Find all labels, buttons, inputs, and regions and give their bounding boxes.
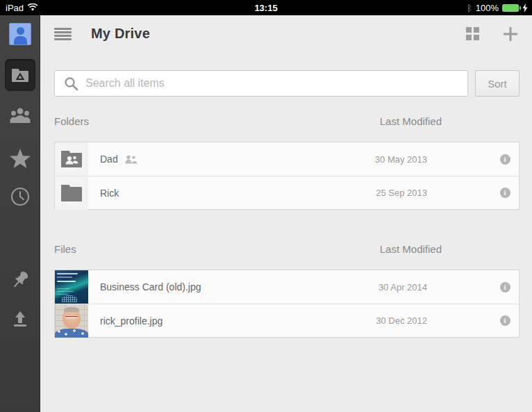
upload-icon: [11, 310, 29, 328]
file-modified-date: 30 Dec 2012: [338, 315, 491, 326]
last-modified-header: Last Modified: [380, 115, 442, 127]
info-button[interactable]: i: [500, 188, 510, 198]
last-modified-header: Last Modified: [380, 243, 442, 255]
account-avatar-icon: [9, 23, 31, 45]
files-section-label: Files: [54, 243, 76, 255]
google-drive-app: iPad 13:15 ᛒ 100%: [0, 0, 532, 412]
menu-button[interactable]: [54, 28, 72, 40]
file-modified-date: 30 Apr 2014: [338, 282, 491, 292]
sidebar-item-upload[interactable]: [0, 310, 40, 328]
sort-button[interactable]: Sort: [475, 70, 519, 97]
folder-row-rick[interactable]: Rick 25 Sep 2013 i: [55, 176, 519, 209]
app-header: My Drive: [40, 15, 532, 52]
info-button[interactable]: i: [500, 282, 510, 292]
folder-name: Rick: [100, 188, 119, 199]
battery-percent-label: 100%: [476, 3, 499, 13]
sidebar-item-starred[interactable]: [0, 148, 40, 169]
drive-folder-icon: [11, 68, 29, 83]
clock-label: 13:15: [0, 3, 532, 13]
file-thumbnail-portrait: [55, 304, 88, 338]
battery-icon: [502, 4, 519, 12]
folder-icon: [60, 184, 83, 202]
bluetooth-icon: ᛒ: [467, 3, 472, 13]
folder-modified-date: 25 Sep 2013: [338, 188, 491, 198]
folder-row-dad[interactable]: Dad 30 May 2013 i: [55, 142, 519, 176]
files-list: Business Card (old).jpg 30 Apr 2014 i: [54, 270, 519, 338]
shared-indicator-icon: [124, 155, 138, 164]
folders-section: Folders Last Modified: [40, 115, 532, 210]
sidebar-item-shared[interactable]: [0, 107, 40, 125]
search-icon: [64, 76, 78, 91]
folders-list: Dad 30 May 2013 i: [54, 142, 519, 210]
search-box[interactable]: [54, 70, 468, 97]
file-row-rick-profile[interactable]: rick_profile.jpg 30 Dec 2012 i: [55, 304, 519, 337]
folders-section-label: Folders: [54, 115, 89, 127]
pin-icon: [10, 270, 31, 290]
sidebar-item-pinned[interactable]: [0, 270, 40, 290]
shared-people-icon: [10, 107, 31, 125]
file-row-business-card[interactable]: Business Card (old).jpg 30 Apr 2014 i: [55, 270, 519, 304]
main-content: My Drive Sort Folders: [40, 15, 532, 412]
file-thumbnail-business-card: [55, 270, 88, 304]
search-toolbar: Sort: [40, 52, 532, 97]
info-button[interactable]: i: [500, 315, 510, 326]
folder-modified-date: 30 May 2013: [338, 154, 491, 165]
sidebar-item-my-drive[interactable]: [0, 59, 40, 91]
file-name: Business Card (old).jpg: [100, 281, 201, 292]
page-title: My Drive: [91, 26, 150, 42]
files-section: Files Last Modified Business Card (old).…: [40, 243, 532, 338]
navigation-sidebar: [0, 15, 40, 412]
info-button[interactable]: i: [500, 154, 510, 165]
folder-name: Dad: [100, 154, 118, 165]
grid-view-button[interactable]: [466, 27, 479, 40]
shared-folder-icon: [60, 150, 83, 168]
sidebar-item-recent[interactable]: [0, 187, 40, 206]
search-input[interactable]: [85, 71, 463, 96]
star-icon: [9, 148, 31, 169]
file-name: rick_profile.jpg: [100, 315, 163, 327]
sidebar-item-account[interactable]: [0, 23, 40, 45]
charging-bolt-icon: [522, 3, 528, 13]
ios-status-bar: iPad 13:15 ᛒ 100%: [0, 0, 532, 15]
clock-icon: [10, 187, 30, 206]
add-button[interactable]: [503, 26, 518, 42]
